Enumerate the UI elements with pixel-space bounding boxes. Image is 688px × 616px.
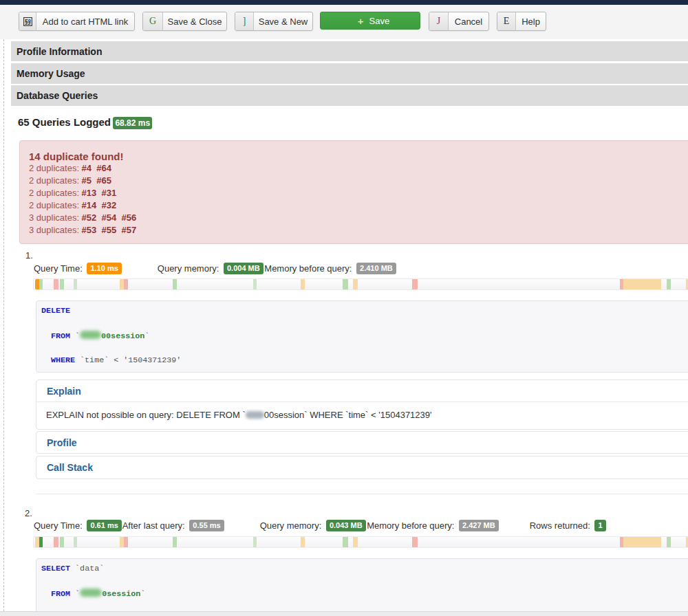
svg-text:22: 22 <box>25 21 31 25</box>
